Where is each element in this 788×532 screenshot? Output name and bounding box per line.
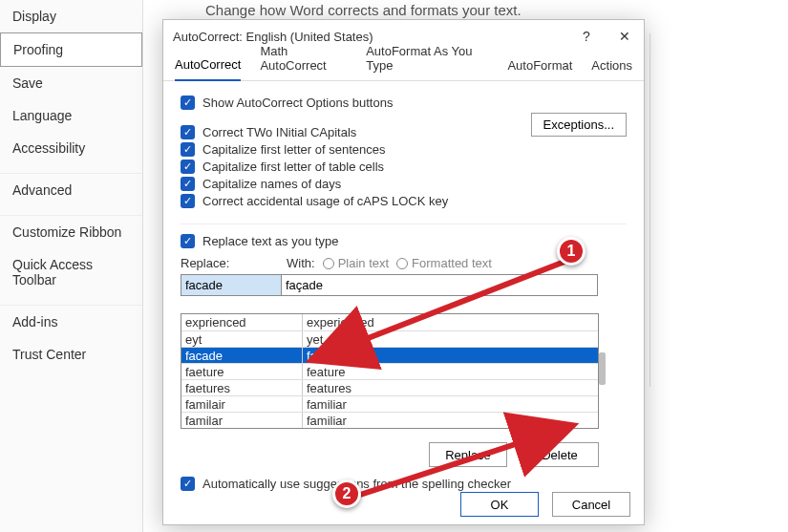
list-item: familarfamiliar: [181, 412, 598, 428]
nav-quick-access[interactable]: Quick Access Toolbar: [0, 248, 142, 296]
annotation-marker-2: 2: [332, 479, 361, 508]
autocorrect-list[interactable]: expriencedexperienced eytyet facadefaçad…: [181, 313, 599, 429]
scrollbar-thumb[interactable]: [599, 352, 606, 385]
list-item: familairfamiliar: [181, 395, 598, 412]
tab-strip: AutoCorrect Math AutoCorrect AutoFormat …: [163, 53, 644, 81]
radio-formatted-text[interactable]: [396, 258, 408, 269]
list-item: faeturesfeatures: [181, 379, 598, 395]
nav-display[interactable]: Display: [0, 0, 142, 32]
checkbox-cap-sentence[interactable]: ✓: [181, 142, 195, 157]
checkbox-caps-lock[interactable]: ✓: [181, 194, 195, 208]
label-replace-as-type: Replace text as you type: [202, 234, 338, 248]
close-button[interactable]: ✕: [606, 20, 644, 53]
list-item: eytyet: [181, 330, 598, 347]
label-show-options: Show AutoCorrect Options buttons: [202, 96, 393, 110]
nav-advanced[interactable]: Advanced: [0, 174, 142, 206]
tab-autocorrect[interactable]: AutoCorrect: [175, 52, 241, 81]
divider: [650, 33, 650, 387]
checkbox-cap-cells[interactable]: ✓: [181, 160, 195, 174]
checkbox-show-options[interactable]: ✓: [181, 96, 195, 110]
tab-actions[interactable]: Actions: [591, 53, 632, 80]
page-subtitle: Change how Word corrects and formats you…: [205, 2, 522, 18]
tab-autoformat-type[interactable]: AutoFormat As You Type: [366, 38, 488, 80]
help-button[interactable]: ?: [567, 20, 606, 53]
nav-proofing[interactable]: Proofing: [0, 32, 142, 67]
list-item-selected: facadefaçade: [181, 347, 598, 363]
exceptions-button[interactable]: Exceptions...: [531, 113, 627, 137]
checkbox-replace-as-type[interactable]: ✓: [181, 234, 195, 248]
nav-trust-center[interactable]: Trust Center: [0, 338, 142, 371]
label-cap-cells: Capitalize first letter of table cells: [202, 160, 384, 174]
checkbox-auto-suggest[interactable]: ✓: [181, 477, 195, 491]
label-replace: Replace:: [181, 256, 287, 270]
label-plain-text: Plain text: [338, 256, 389, 270]
nav-accessibility[interactable]: Accessibility: [0, 132, 142, 164]
delete-button[interactable]: Delete: [521, 442, 599, 467]
replace-input[interactable]: [181, 274, 281, 296]
ok-button[interactable]: OK: [460, 492, 539, 517]
label-with: With:: [287, 256, 315, 270]
nav-customize-ribbon[interactable]: Customize Ribbon: [0, 216, 142, 248]
radio-plain-text[interactable]: [323, 258, 334, 269]
tab-autoformat[interactable]: AutoFormat: [507, 53, 572, 80]
options-nav: Display Proofing Save Language Accessibi…: [0, 0, 143, 532]
checkbox-two-initial[interactable]: ✓: [181, 125, 195, 139]
label-caps-lock: Correct accidental usage of cAPS LOCK ke…: [202, 194, 448, 208]
list-item: faeturefeature: [181, 363, 598, 379]
label-two-initial: Correct TWo INitial CApitals: [202, 125, 356, 139]
label-cap-days: Capitalize names of days: [202, 177, 341, 191]
nav-save[interactable]: Save: [0, 67, 142, 99]
list-item: expriencedexperienced: [181, 314, 598, 330]
replace-button[interactable]: Replace: [429, 442, 507, 467]
checkbox-cap-days[interactable]: ✓: [181, 177, 195, 191]
nav-language[interactable]: Language: [0, 99, 142, 132]
with-input[interactable]: [281, 274, 598, 296]
label-cap-sentence: Capitalize first letter of sentences: [202, 142, 385, 157]
annotation-marker-1: 1: [557, 237, 586, 266]
autocorrect-dialog: AutoCorrect: English (United States) ? ✕…: [162, 19, 645, 525]
label-formatted-text: Formatted text: [412, 256, 492, 270]
nav-addins[interactable]: Add-ins: [0, 306, 142, 338]
cancel-button[interactable]: Cancel: [552, 492, 630, 517]
tab-math[interactable]: Math AutoCorrect: [260, 38, 347, 80]
